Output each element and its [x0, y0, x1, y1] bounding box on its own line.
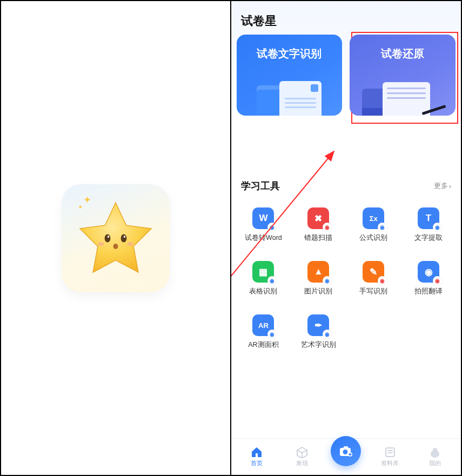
tab-label: 资料库: [381, 459, 399, 467]
more-link[interactable]: 更多 ›: [434, 181, 451, 191]
feature-card-label: 试卷还原: [357, 46, 448, 61]
tab-label: 我的: [429, 459, 441, 467]
tool-badge-icon: ◉: [267, 330, 277, 339]
tab-label: 首页: [251, 459, 263, 467]
app-title: 试卷星: [231, 1, 461, 35]
feature-card-restore[interactable]: 试卷还原: [350, 35, 456, 116]
tool-item[interactable]: ▦◉表格识别: [239, 257, 289, 300]
tool-item[interactable]: AR◉AR测面积: [239, 310, 289, 354]
document-icon: [257, 78, 322, 116]
tool-icon: ✎◉: [363, 261, 384, 283]
tab-home[interactable]: 首页: [240, 446, 273, 467]
tool-label: 图片识别: [304, 287, 332, 296]
app-home-screen: 试卷星 试卷文字识别 试卷还原 学习: [231, 1, 461, 475]
svg-point-4: [113, 243, 118, 249]
tab-mine[interactable]: 我的: [419, 446, 451, 467]
tool-item[interactable]: ✎◉手写识别: [349, 257, 398, 300]
tool-item[interactable]: T◉文字提取: [404, 203, 453, 247]
home-icon: [250, 446, 263, 458]
tool-badge-icon: ◉: [323, 330, 332, 339]
tool-icon: ▦◉: [252, 261, 274, 283]
more-label: 更多: [434, 181, 448, 191]
tool-grid: W◉试卷转Word✖◉错题扫描Σx◉公式识别T◉文字提取▦◉表格识别▲◉图片识别…: [231, 196, 461, 354]
tool-label: AR测面积: [248, 340, 278, 350]
tool-icon: ✒◉: [307, 314, 329, 336]
tool-icon: Σx◉: [363, 207, 384, 229]
tool-item[interactable]: ✒◉艺术字识别: [293, 310, 343, 354]
feature-cards-row: 试卷文字识别 试卷还原: [231, 35, 461, 116]
tool-icon: ✖◉: [307, 207, 329, 229]
sparkle-icon: ✦: [83, 194, 91, 206]
svg-point-2: [108, 235, 109, 237]
app-icon: ✦ ✦: [62, 184, 170, 292]
box-icon: [296, 446, 309, 458]
tool-icon: AR◉: [252, 314, 274, 336]
camera-fab[interactable]: [331, 436, 361, 466]
section-title: 学习工具: [241, 179, 280, 192]
tool-badge-icon: ◉: [267, 223, 277, 232]
tool-item[interactable]: Σx◉公式识别: [349, 203, 398, 247]
svg-point-6: [127, 242, 133, 245]
tool-label: 试卷转Word: [245, 233, 282, 243]
tool-icon: W◉: [252, 207, 274, 229]
star-character-icon: [75, 198, 156, 279]
library-icon: [384, 446, 397, 458]
tool-badge-icon: ◉: [378, 223, 387, 232]
tab-library[interactable]: 资料库: [374, 446, 406, 467]
tool-label: 拍照翻译: [414, 287, 443, 296]
sparkle-icon: ✦: [78, 204, 83, 211]
tab-bar: 首页 发现 资料库: [231, 438, 461, 475]
feature-card-label: 试卷文字识别: [244, 46, 335, 61]
tool-icon: ▲◉: [307, 261, 329, 283]
tool-badge-icon: ◉: [433, 223, 442, 232]
tool-label: 艺术字识别: [301, 340, 336, 350]
tab-label: 发现: [296, 459, 308, 467]
svg-point-0: [104, 234, 110, 242]
svg-point-12: [433, 448, 437, 452]
tool-badge-icon: ◉: [323, 276, 332, 285]
svg-point-5: [98, 242, 104, 245]
restore-icon: [362, 78, 443, 116]
tab-discover[interactable]: 发现: [286, 446, 318, 467]
svg-point-1: [120, 234, 126, 242]
tool-label: 错题扫描: [304, 233, 332, 243]
tool-badge-icon: ◉: [323, 223, 332, 232]
tool-item[interactable]: ✖◉错题扫描: [293, 203, 343, 247]
tool-label: 表格识别: [249, 287, 277, 296]
tool-badge-icon: ◉: [378, 276, 387, 285]
svg-point-8: [343, 450, 348, 454]
tool-label: 手写识别: [359, 287, 387, 296]
tool-item[interactable]: W◉试卷转Word: [239, 203, 289, 247]
person-icon: [428, 446, 441, 458]
tool-label: 文字提取: [414, 233, 443, 243]
chevron-right-icon: ›: [449, 182, 451, 190]
tool-label: 公式识别: [359, 233, 387, 243]
tool-badge-icon: ◉: [267, 276, 277, 285]
tool-item[interactable]: ◉◉拍照翻译: [404, 257, 453, 300]
feature-card-ocr[interactable]: 试卷文字识别: [237, 35, 343, 116]
camera-plus-icon: [338, 444, 353, 459]
tool-item[interactable]: ▲◉图片识别: [293, 257, 343, 300]
tool-icon: ◉◉: [418, 261, 439, 283]
svg-point-3: [124, 235, 125, 237]
splash-panel: ✦ ✦: [1, 1, 231, 475]
tool-icon: T◉: [418, 207, 439, 229]
tool-badge-icon: ◉: [433, 276, 442, 285]
